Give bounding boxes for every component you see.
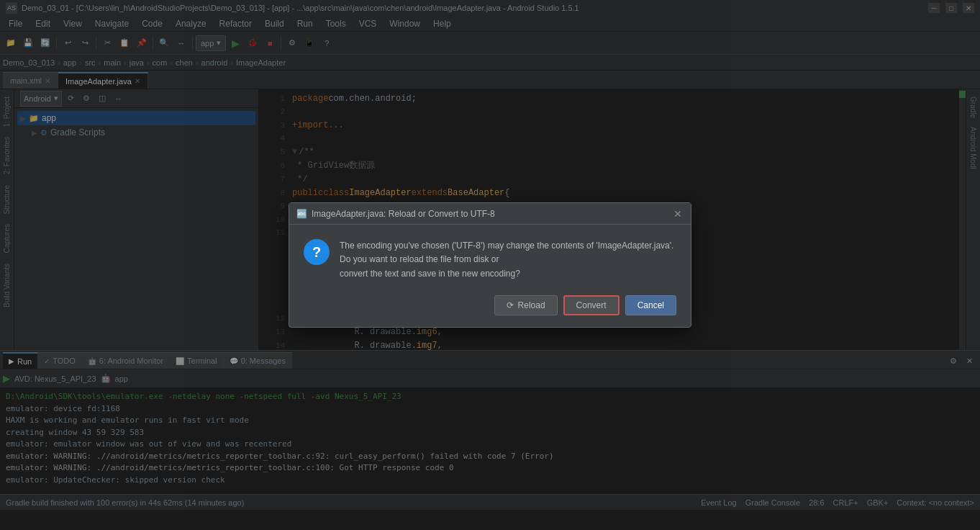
dialog-message-line1: The encoding you've chosen ('UTF-8') may…	[340, 241, 673, 251]
cancel-button[interactable]: Cancel	[625, 295, 676, 315]
reload-icon: ⟳	[507, 300, 514, 310]
dialog-overlay: 🔤 ImageAdapter.java: Reload or Convert t…	[0, 0, 980, 530]
dialog-message-line3: convert the text and save in the new enc…	[340, 269, 520, 279]
dialog-body: ? The encoding you've chosen ('UTF-8') m…	[289, 225, 691, 288]
dialog-title-content: 🔤 ImageAdapter.java: Reload or Convert t…	[296, 209, 495, 219]
dialog-footer: ⟳ Reload Convert Cancel	[289, 288, 691, 327]
dialog: 🔤 ImageAdapter.java: Reload or Convert t…	[289, 202, 691, 328]
reload-label: Reload	[518, 300, 545, 310]
dialog-title-icon: 🔤	[296, 209, 307, 219]
dialog-question-icon: ?	[304, 239, 330, 265]
convert-button[interactable]: Convert	[563, 295, 620, 315]
cancel-label: Cancel	[638, 300, 664, 310]
dialog-title-text: ImageAdapter.java: Reload or Convert to …	[312, 209, 495, 219]
reload-button[interactable]: ⟳ Reload	[494, 295, 558, 315]
convert-label: Convert	[576, 300, 607, 310]
dialog-message-line2: Do you want to reload the file from disk…	[340, 254, 499, 264]
dialog-title-bar: 🔤 ImageAdapter.java: Reload or Convert t…	[289, 203, 691, 225]
dialog-close-button[interactable]: ✕	[672, 208, 684, 220]
dialog-text: The encoding you've chosen ('UTF-8') may…	[340, 239, 676, 281]
